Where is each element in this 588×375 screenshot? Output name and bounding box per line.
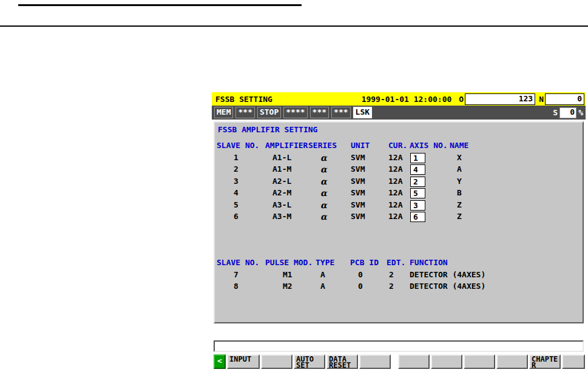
cell-series: α xyxy=(320,212,327,221)
cell-type: A xyxy=(320,270,325,279)
header-axis-no: AXIS NO. xyxy=(410,141,448,150)
program-number-label: O xyxy=(459,95,464,104)
amp-table-header-row: SLAVE NO. AMPLIFIER SERIES UNIT CUR. AXI… xyxy=(215,140,583,152)
header-name: NAME xyxy=(450,141,468,150)
softkey-label xyxy=(466,362,493,368)
softkey-blank-2[interactable] xyxy=(261,354,292,369)
softkey-group-gap xyxy=(392,354,397,369)
cell-series: α xyxy=(320,177,327,186)
softkey-auto-set[interactable]: AUTO SET xyxy=(294,354,325,369)
manual-page: FSSB SETTING 1999-01-01 12:00:00 O 123 N… xyxy=(0,0,588,375)
pulse-table-row: 7 M1 A 0 2 DETECTOR (4AXES) xyxy=(215,269,583,281)
axis-no-field[interactable]: 4 xyxy=(410,164,425,175)
cell-unit: SVM xyxy=(351,212,365,221)
axis-no-field[interactable]: 1 xyxy=(410,153,425,163)
status-stars-3: *** xyxy=(310,107,329,118)
cell-axis-name: Z xyxy=(457,200,462,209)
softkey-label xyxy=(433,362,460,368)
axis-no-field[interactable]: 6 xyxy=(410,212,425,222)
cell-pcb-id: 0 xyxy=(358,282,363,291)
pulse-table-header-row: SLAVE NO. PULSE MOD. TYPE PCB ID EDT. FU… xyxy=(215,257,583,269)
softkey-left-arrow[interactable]: < xyxy=(214,354,226,369)
cell-slave-no: 3 xyxy=(217,177,255,186)
header-function: FUNCTION xyxy=(410,258,448,267)
amplifier-table: SLAVE NO. AMPLIFIER SERIES UNIT CUR. AXI… xyxy=(215,140,583,223)
softkey-label xyxy=(263,362,290,368)
amp-table-row: 1 A1-L α SVM 12A 1 X xyxy=(215,152,583,164)
cell-function: DETECTOR (4AXES) xyxy=(410,282,485,291)
cell-function: DETECTOR (4AXES) xyxy=(410,270,485,279)
panel-heading: FSSB AMPLIFIR SETTING xyxy=(218,125,317,134)
page-rule-header xyxy=(0,25,588,27)
cell-series: α xyxy=(320,200,327,210)
cell-cur: 12A xyxy=(388,153,402,162)
cell-cur: 12A xyxy=(388,164,402,174)
softkey-label xyxy=(499,356,525,362)
spindle-value: 0 xyxy=(559,107,576,118)
screen-title: FSSB SETTING xyxy=(215,95,272,104)
softkey-label xyxy=(400,356,427,362)
cell-type: A xyxy=(320,282,325,291)
lsk-indicator: LSK xyxy=(353,107,372,118)
cell-axis-name: B xyxy=(457,188,462,197)
softkey-label xyxy=(433,356,460,362)
cell-amplifier: A1-M xyxy=(272,164,291,174)
softkey-blank-5[interactable] xyxy=(359,354,391,369)
cell-amplifier: A3-L xyxy=(272,200,291,209)
cell-axis-name: A xyxy=(457,164,462,174)
left-arrow-icon: < xyxy=(217,356,222,365)
softkey-chapter[interactable]: CHAPTE R xyxy=(529,354,561,369)
cell-axis-name: Z xyxy=(457,212,462,221)
status-bar: MEM *** STOP **** *** *** LSK S 0 % xyxy=(212,106,586,120)
softkey-label xyxy=(362,362,388,368)
softkey-label xyxy=(466,356,493,362)
sequence-number-label: N xyxy=(539,95,544,104)
cell-cur: 12A xyxy=(388,177,402,186)
cell-edt: 2 xyxy=(389,270,394,279)
softkey-blank-6[interactable] xyxy=(398,354,430,369)
spindle-label: S xyxy=(553,108,558,117)
cell-unit: SVM xyxy=(351,200,365,209)
softkey-label: RESET xyxy=(329,362,356,368)
cell-pcb-id: 0 xyxy=(358,270,363,279)
cell-pulse-module: M2 xyxy=(283,282,292,291)
cell-series: α xyxy=(320,153,327,163)
softkey-blank-8[interactable] xyxy=(464,354,495,369)
softkey-data-reset[interactable]: DATA RESET xyxy=(326,354,358,369)
softkey-input[interactable]: INPUT xyxy=(227,354,260,369)
axis-no-field[interactable]: 5 xyxy=(410,188,425,198)
cell-series: α xyxy=(320,164,327,174)
title-bar: FSSB SETTING 1999-01-01 12:00:00 O 123 N… xyxy=(212,92,586,106)
spindle-percent: % xyxy=(578,108,583,117)
cell-amplifier: A3-M xyxy=(272,212,291,221)
axis-no-field[interactable]: 3 xyxy=(410,200,425,211)
header-type: TYPE xyxy=(316,258,334,267)
sequence-number-value: 0 xyxy=(545,93,584,105)
header-edt: EDT. xyxy=(387,258,405,267)
status-stars-2: **** xyxy=(283,107,307,118)
spindle-group: S 0 % xyxy=(553,107,583,118)
header-cur: CUR. xyxy=(388,141,407,150)
cnc-screen: FSSB SETTING 1999-01-01 12:00:00 O 123 N… xyxy=(212,92,586,369)
header-slave-no: SLAVE NO. xyxy=(217,141,259,150)
softkey-blank-7[interactable] xyxy=(431,354,462,369)
header-pcb-id: PCB ID xyxy=(350,258,379,267)
fssb-setting-panel: FSSB AMPLIFIR SETTING SLAVE NO. AMPLIFIE… xyxy=(214,121,584,323)
softkey-blank-9[interactable] xyxy=(496,354,528,369)
amp-table-row: 6 A3-M α SVM 12A 6 Z xyxy=(215,211,583,223)
cell-slave-no: 8 xyxy=(217,282,255,291)
program-number-value: 123 xyxy=(465,93,535,105)
amp-table-row: 5 A3-L α SVM 12A 3 Z xyxy=(215,199,583,211)
key-in-buffer[interactable] xyxy=(214,340,584,352)
softkey-blank-end[interactable] xyxy=(562,354,585,369)
softkey-row: < INPUT AUTO SET DATA RESET xyxy=(214,354,585,369)
status-stars-1: *** xyxy=(235,107,254,118)
axis-no-field[interactable]: 2 xyxy=(410,177,425,187)
header-series: SERIES xyxy=(308,141,337,150)
run-state-indicator: STOP xyxy=(257,107,281,118)
cell-slave-no: 2 xyxy=(217,164,255,174)
cell-unit: SVM xyxy=(351,177,365,186)
header-pulse-module: PULSE MOD. xyxy=(265,258,313,267)
cell-amplifier: A2-L xyxy=(272,177,291,186)
amp-table-row: 4 A2-M α SVM 12A 5 B xyxy=(215,187,583,199)
